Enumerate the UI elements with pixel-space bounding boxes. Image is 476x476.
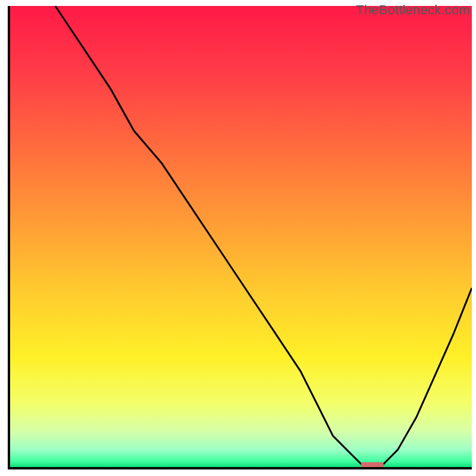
chart-container: TheBottleneck.com (0, 0, 476, 476)
gradient-background (9, 6, 472, 468)
bottleneck-chart (0, 0, 476, 476)
watermark-text: TheBottleneck.com (356, 2, 470, 18)
